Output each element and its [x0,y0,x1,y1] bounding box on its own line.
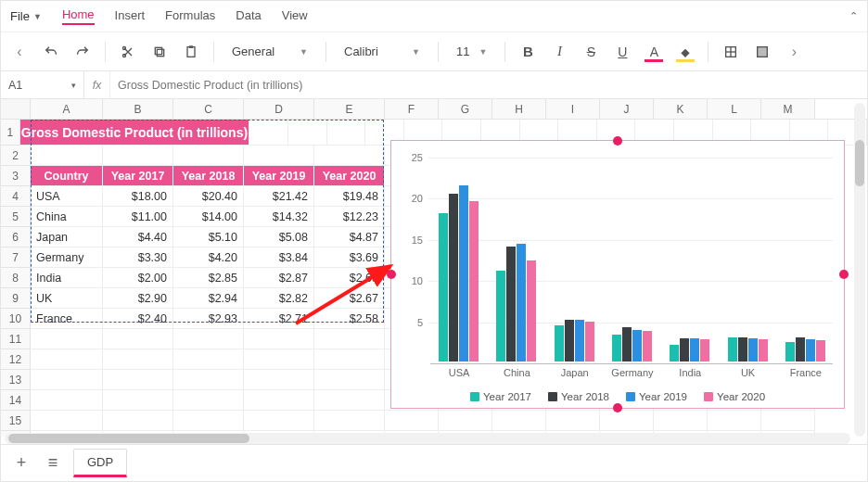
cell[interactable]: China [31,207,103,227]
bold-button[interactable]: B [515,39,541,65]
cell[interactable]: $4.40 [103,227,173,247]
font-color-button[interactable]: A [641,39,667,65]
cell[interactable]: $2.58 [314,309,385,329]
row-header[interactable]: 8 [1,268,31,288]
cell[interactable]: UK [31,288,103,309]
vertical-scrollbar[interactable] [854,103,865,437]
cell[interactable]: $2.67 [314,288,385,309]
cell[interactable] [327,120,366,146]
cell[interactable] [103,146,173,166]
column-header[interactable]: G [439,99,492,119]
menu-file[interactable]: File ▼ [10,9,42,23]
paste-button[interactable] [178,39,204,65]
cell[interactable] [103,390,173,411]
cell[interactable] [314,349,385,370]
cut-button[interactable] [115,39,141,65]
cell[interactable]: $2.00 [103,268,173,288]
cell[interactable] [103,349,173,370]
cell[interactable] [31,370,103,390]
horizontal-scrollbar[interactable] [5,433,850,444]
cell[interactable]: Year 2020 [314,166,385,186]
cell[interactable] [173,411,244,431]
fill-color-button[interactable] [672,39,698,65]
cell[interactable]: $2.65 [314,268,385,288]
borders-button[interactable] [718,39,744,65]
cell[interactable]: $5.10 [173,227,244,247]
cell[interactable]: Year 2018 [173,166,244,186]
cell[interactable]: France [31,309,103,329]
horizontal-scrollbar-thumb[interactable] [8,434,249,443]
cell[interactable]: $2.93 [173,309,244,329]
row-header[interactable]: 14 [1,390,31,411]
fx-label[interactable]: fx [84,71,110,98]
redo-button[interactable] [70,39,96,65]
cell[interactable]: $2.40 [103,309,173,329]
cell[interactable]: $2.82 [244,288,314,309]
row-header[interactable]: 2 [1,146,31,166]
all-sheets-button[interactable]: ≡ [42,452,64,475]
cell[interactable]: $5.08 [244,227,314,247]
cell[interactable]: $11.00 [103,207,173,227]
cell[interactable]: Year 2017 [103,166,173,186]
column-header[interactable]: D [244,99,314,119]
cell[interactable]: India [31,268,103,288]
nav-back-button[interactable]: ‹ [6,39,32,65]
cell[interactable]: Country [31,166,103,186]
copy-button[interactable] [147,39,172,65]
cell[interactable] [439,411,492,431]
cell[interactable]: $2.94 [173,288,244,309]
row-header[interactable]: 13 [1,370,31,390]
cell[interactable]: $14.32 [244,207,314,227]
font-name-select[interactable]: Calibri ▼ [336,39,428,65]
cell[interactable] [244,146,314,166]
cell[interactable]: $3.69 [314,247,385,268]
cell[interactable] [244,349,314,370]
row-header[interactable]: 3 [1,166,31,186]
cell[interactable]: $2.85 [173,268,244,288]
chart-handle-top[interactable] [613,136,622,146]
column-header[interactable]: L [708,99,761,119]
add-sheet-button[interactable]: + [10,452,32,475]
collapse-ribbon-icon[interactable]: ⌃ [849,10,858,22]
cell[interactable] [249,120,288,146]
cell[interactable]: $21.42 [244,186,314,207]
cell[interactable] [244,370,314,390]
underline-button[interactable]: U [609,39,635,65]
cell[interactable] [31,390,103,411]
cell[interactable]: $18.00 [103,186,173,207]
menu-data[interactable]: Data [236,8,261,24]
menu-view[interactable]: View [282,8,308,24]
column-header[interactable]: I [546,99,600,119]
name-box[interactable]: A1 ▾ [1,71,84,98]
italic-button[interactable]: I [546,39,572,65]
cell[interactable] [654,411,708,431]
cell[interactable] [314,370,385,390]
vertical-scrollbar-thumb[interactable] [855,140,864,186]
cell[interactable]: $2.90 [103,288,173,309]
cell[interactable] [244,329,314,349]
cell[interactable]: $14.00 [173,207,244,227]
cell[interactable] [31,411,103,431]
row-header[interactable]: 11 [1,329,31,349]
cell[interactable] [546,411,600,431]
column-header[interactable]: A [31,99,103,119]
cell[interactable] [173,349,244,370]
cell[interactable] [173,370,244,390]
cell[interactable] [31,329,103,349]
cell[interactable] [314,411,385,431]
cell[interactable]: $3.84 [244,247,314,268]
nav-forward-button[interactable]: › [781,39,807,65]
menu-insert[interactable]: Insert [115,8,146,24]
row-header[interactable]: 9 [1,288,31,309]
column-header[interactable]: B [103,99,173,119]
cell[interactable] [708,411,761,431]
cell[interactable]: $12.23 [314,207,385,227]
column-header[interactable]: E [314,99,385,119]
cell[interactable]: $2.87 [244,268,314,288]
cell[interactable] [103,370,173,390]
menu-home[interactable]: Home [62,7,95,25]
column-header[interactable]: H [492,99,546,119]
column-header[interactable]: J [600,99,654,119]
row-header[interactable]: 7 [1,247,31,268]
row-header[interactable]: 10 [1,309,31,329]
